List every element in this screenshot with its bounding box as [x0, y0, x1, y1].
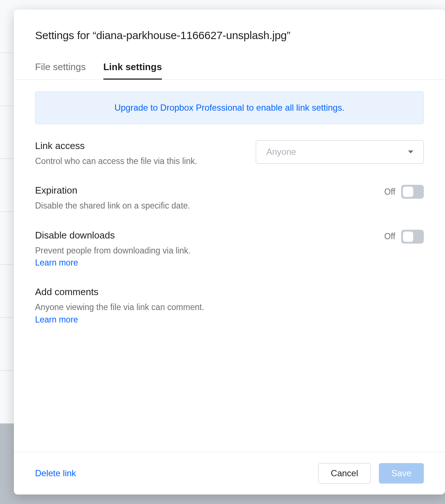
upgrade-banner[interactable]: Upgrade to Dropbox Professional to enabl…: [35, 91, 424, 124]
expiration-toggle[interactable]: [401, 185, 424, 199]
setting-link-access: Link access Control who can access the f…: [35, 140, 424, 167]
add-comments-learn-more[interactable]: Learn more: [35, 315, 78, 324]
disable-downloads-state-label: Off: [384, 232, 395, 241]
disable-downloads-learn-more[interactable]: Learn more: [35, 258, 78, 267]
setting-expiration: Expiration Disable the shared link on a …: [35, 185, 424, 212]
modal-title: Settings for “diana-parkhouse-1166627-un…: [35, 29, 424, 42]
link-access-selected: Anyone: [266, 147, 296, 157]
cancel-button[interactable]: Cancel: [318, 463, 371, 484]
setting-add-comments: Add comments Anyone viewing the file via…: [35, 286, 424, 326]
expiration-title: Expiration: [35, 185, 225, 196]
link-access-desc: Control who can access the file via this…: [35, 155, 225, 167]
disable-downloads-toggle[interactable]: [401, 230, 424, 244]
tab-link-settings[interactable]: Link settings: [103, 61, 162, 79]
expiration-state-label: Off: [384, 187, 395, 197]
add-comments-desc: Anyone viewing the file via link can com…: [35, 301, 225, 326]
setting-disable-downloads: Disable downloads Prevent people from do…: [35, 230, 424, 269]
modal-footer: Delete link Cancel Save: [14, 452, 445, 495]
caret-down-icon: [408, 150, 413, 153]
settings-modal: Settings for “diana-parkhouse-1166627-un…: [14, 9, 445, 495]
delete-link[interactable]: Delete link: [35, 468, 76, 478]
toggle-knob: [403, 232, 413, 242]
disable-downloads-title: Disable downloads: [35, 230, 225, 241]
save-button[interactable]: Save: [379, 463, 424, 484]
disable-downloads-desc: Prevent people from downloading via link…: [35, 245, 225, 269]
modal-header: Settings for “diana-parkhouse-1166627-un…: [14, 9, 445, 42]
modal-body: Upgrade to Dropbox Professional to enabl…: [14, 80, 445, 452]
link-access-select[interactable]: Anyone: [256, 140, 424, 164]
add-comments-title: Add comments: [35, 286, 225, 298]
tab-file-settings[interactable]: File settings: [35, 61, 86, 79]
link-access-title: Link access: [35, 140, 225, 152]
tabs: File settings Link settings: [14, 61, 445, 80]
expiration-desc: Disable the shared link on a specific da…: [35, 200, 225, 212]
toggle-knob: [403, 187, 413, 197]
